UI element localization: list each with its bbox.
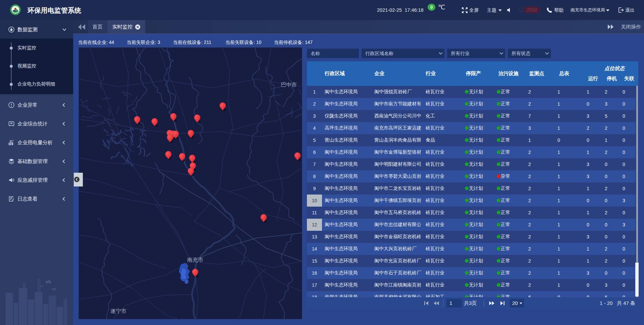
svg-text:巴中市: 巴中市 — [281, 82, 297, 88]
svg-text:遂宁市: 遂宁市 — [110, 308, 126, 314]
svg-text:南充市: 南充市 — [187, 257, 203, 263]
